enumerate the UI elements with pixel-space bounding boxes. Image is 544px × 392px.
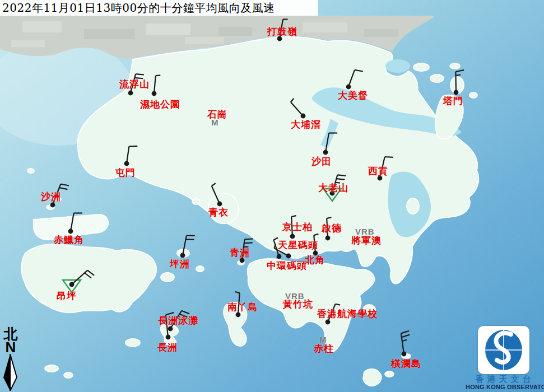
hko-english-name: HONG KONG OBSERVATORY (466, 384, 544, 390)
station-dot (166, 335, 171, 340)
wind-barb-staff (183, 236, 187, 255)
wind-barb-staff (131, 74, 136, 93)
station-tap-mun (454, 70, 464, 95)
station-dot (323, 150, 328, 155)
station-wetland-park (152, 75, 161, 96)
wind-barb-feather (336, 179, 345, 180)
wind-barb-feather (235, 292, 239, 293)
station-dot (69, 282, 75, 287)
station-dot (402, 352, 407, 357)
station-chek-lap-kok (68, 213, 82, 234)
station-ta-kwu-ling (277, 20, 288, 41)
wind-barb-feather (291, 216, 296, 217)
station-dot (290, 234, 295, 239)
hko-logo-card (478, 326, 529, 374)
station-dot (180, 253, 185, 258)
wind-barb-staff (242, 239, 245, 260)
wind-barb-staff (326, 133, 329, 152)
wind-barb-feather (212, 183, 216, 186)
wind-barb-feather (182, 311, 189, 314)
wind-barb-feather (327, 217, 331, 218)
wind-barb-feather (59, 188, 68, 189)
compass-needle-icon (2, 354, 19, 391)
station-dot (236, 312, 241, 318)
wind-barb-feather (273, 238, 278, 240)
station-dot (454, 90, 459, 95)
wind-barb-feather (136, 74, 144, 74)
hko-logo: 香港天文台 HONG KONG OBSERVATORY (466, 325, 544, 392)
wind-barb-staff (238, 293, 240, 315)
station-dot (277, 36, 282, 41)
wind-barb-feather (244, 242, 253, 243)
wind-barb-staff (127, 146, 129, 164)
station-tai-po-kau (291, 99, 305, 119)
station-lau-fau-shan (128, 74, 144, 95)
wind-barb-staff (71, 213, 74, 231)
station-dot (152, 91, 157, 96)
compass-n-label: N (1, 341, 20, 354)
wind-barb-staff (328, 304, 336, 322)
wind-barb-staff (332, 175, 337, 193)
wind-barb-feather (179, 314, 187, 318)
wind-barb-feather (336, 304, 340, 305)
map-title: 2022年11月01日13時00分的十分鐘平均風向及風速 (0, 1, 275, 16)
wind-barb-feather (401, 331, 409, 334)
wind-barb-feather (85, 273, 91, 278)
wind-barb-feather (166, 312, 174, 315)
wind-barb-feather (291, 99, 294, 102)
wind-barb-feather (455, 74, 460, 76)
wind-barb-feather (87, 270, 94, 276)
wind-barb-feather (455, 70, 464, 72)
station-waglan-island (401, 331, 410, 357)
station-north-point (313, 234, 319, 255)
hko-logo-icon (478, 326, 529, 374)
wind-barb-feather (156, 75, 160, 76)
wind-barb-staff (212, 186, 220, 204)
station-sha-chau (50, 184, 69, 208)
wind-barb-staff (280, 20, 283, 39)
wind-barb-feather (402, 340, 407, 342)
wind-barb-staff (291, 217, 292, 236)
station-dot (330, 191, 335, 196)
wind-barb-feather (245, 239, 253, 239)
station-dot (50, 203, 55, 208)
wind-barb-feather (314, 234, 318, 235)
wind-barb-staff (314, 235, 315, 253)
wind-barb-feather (337, 175, 346, 176)
station-tai-mei-tuk (346, 70, 363, 89)
station-sai-kung (378, 157, 393, 180)
wind-barb-feather (129, 146, 137, 147)
station-dot (124, 161, 129, 166)
station-dot (326, 320, 331, 325)
station-tuen-mun (124, 146, 138, 166)
station-dot (217, 202, 222, 207)
wind-barb-feather (402, 335, 410, 338)
station-kai-tak (326, 217, 332, 240)
wind-barb-staff (380, 157, 385, 178)
wind-barb-staff (327, 218, 328, 238)
station-dot (286, 254, 291, 259)
station-dot (378, 176, 383, 181)
wind-barb-feather (61, 184, 69, 186)
station-dot (128, 91, 133, 96)
wind-barb-feather (336, 183, 340, 183)
station-dot (346, 85, 351, 90)
title-bar: 2022年11月01日13時00分的十分鐘平均風向及風速 (0, 0, 318, 16)
station-dot (277, 254, 282, 259)
wind-barb-overlay (0, 0, 544, 392)
station-dot (301, 114, 306, 119)
wind-barb-staff (455, 72, 456, 92)
station-sha-tin (323, 133, 337, 155)
station-dot (168, 326, 173, 332)
station-tsing-yi (212, 183, 222, 206)
station-tates-cairn (323, 175, 346, 201)
station-dot (313, 251, 318, 256)
station-lamma-island (235, 292, 240, 317)
wind-barb-staff (291, 102, 303, 116)
wind-map-page: 打鼓嶺流浮山濕地公園石崗M大美督大埔滘塔門屯門沙洲沙田西貢大老山青衣京士柏啟德將… (0, 0, 544, 392)
station-peng-chau (180, 236, 195, 258)
wind-barb-feather (355, 70, 363, 72)
station-ngong-ping (63, 270, 94, 292)
station-kings-park (290, 216, 296, 239)
station-hk-sea-school (326, 304, 340, 325)
